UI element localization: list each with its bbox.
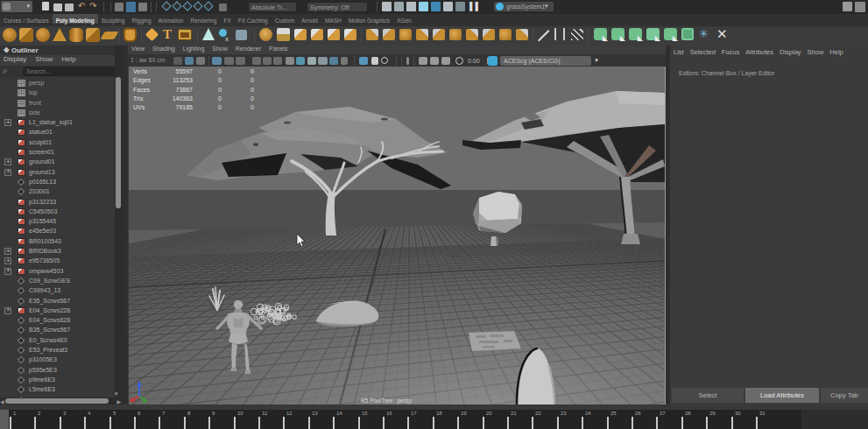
svg-text:Edges: Edges bbox=[133, 77, 151, 84]
svg-text:0: 0 bbox=[218, 95, 222, 102]
svg-text:UVs: UVs bbox=[133, 104, 145, 110]
svg-text:0: 0 bbox=[251, 104, 254, 110]
svg-text:73867: 73867 bbox=[176, 87, 194, 93]
svg-text:0: 0 bbox=[251, 68, 254, 74]
svg-text:0: 0 bbox=[218, 104, 222, 110]
svg-text:R5 PoolTree : persp: R5 PoolTree : persp bbox=[361, 397, 412, 404]
svg-text:0: 0 bbox=[251, 77, 254, 83]
svg-text:113253: 113253 bbox=[173, 77, 193, 83]
svg-text:140363: 140363 bbox=[173, 95, 193, 102]
svg-text:Tris: Tris bbox=[133, 95, 144, 102]
svg-text:Faces: Faces bbox=[133, 87, 151, 93]
svg-text:0: 0 bbox=[251, 87, 254, 93]
svg-text:55597: 55597 bbox=[176, 68, 194, 74]
svg-text:79185: 79185 bbox=[176, 104, 194, 110]
svg-text:0: 0 bbox=[218, 87, 222, 93]
svg-text:0: 0 bbox=[218, 77, 222, 83]
svg-text:0: 0 bbox=[251, 95, 254, 102]
svg-text:0: 0 bbox=[218, 68, 222, 74]
svg-text:Verts: Verts bbox=[133, 68, 147, 74]
